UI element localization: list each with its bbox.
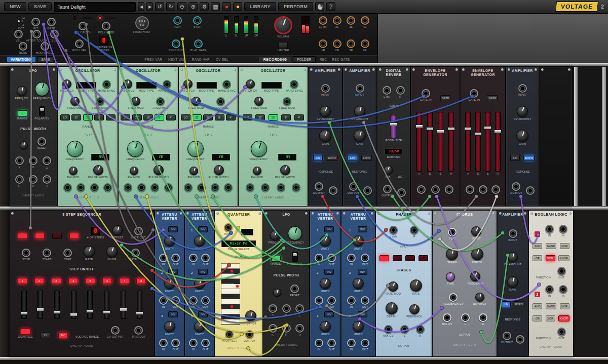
- feedback-knob[interactable]: [470, 271, 480, 281]
- out-jack[interactable]: [171, 296, 180, 305]
- l-button[interactable]: L: [18, 110, 27, 116]
- piano-key[interactable]: [221, 304, 234, 309]
- poly-gate-jack[interactable]: [102, 22, 110, 30]
- jack-jack[interactable]: [246, 183, 254, 192]
- jack-jack[interactable]: [417, 185, 426, 194]
- input-jack[interactable]: [509, 229, 517, 238]
- gate-out-jack[interactable]: [134, 227, 143, 235]
- expo-button[interactable]: EXPO: [523, 155, 534, 161]
- jack-jack[interactable]: [466, 185, 474, 194]
- pw-mod-knob[interactable]: [253, 167, 261, 175]
- unity-knob[interactable]: [164, 321, 175, 332]
- sus-jack[interactable]: [50, 30, 59, 38]
- new-button[interactable]: NEW: [4, 2, 26, 11]
- hard-sync-jack[interactable]: [163, 80, 171, 89]
- jack-jack[interactable]: [164, 183, 173, 192]
- piano-key[interactable]: [221, 309, 240, 314]
- in-jack[interactable]: [347, 296, 356, 305]
- hand-tool-icon[interactable]: [315, 2, 324, 11]
- cv-amount-knob[interactable]: [320, 106, 331, 117]
- volume-knob[interactable]: [274, 16, 292, 34]
- unity-knob[interactable]: [194, 278, 205, 289]
- rate-knob[interactable]: [84, 246, 95, 257]
- nand-button[interactable]: NAND: [546, 303, 557, 309]
- 1-button[interactable]: 1: [18, 278, 27, 284]
- hard-sync-jack[interactable]: [102, 80, 111, 89]
- l-m-jack[interactable]: [389, 226, 398, 234]
- lin-button[interactable]: LIN: [510, 155, 520, 161]
- l-button[interactable]: L: [271, 256, 281, 262]
- mod-type-display[interactable]: [76, 82, 96, 89]
- jack-jack[interactable]: [397, 188, 406, 197]
- expo-button[interactable]: EXPO: [361, 155, 372, 161]
- octave-switch[interactable]: +20-2: [17, 16, 24, 26]
- jack-jack[interactable]: [184, 183, 193, 192]
- in-jack[interactable]: [159, 296, 168, 305]
- gain-knob[interactable]: [516, 130, 528, 142]
- jack-jack[interactable]: [103, 183, 112, 192]
- rec-gate-label[interactable]: REC GATE: [332, 58, 350, 61]
- freq-mod-knob[interactable]: [131, 97, 140, 106]
- unity-knob[interactable]: [194, 235, 205, 247]
- or-button[interactable]: OR: [533, 315, 542, 321]
- item-jack[interactable]: [29, 156, 37, 165]
- item-jack[interactable]: [269, 324, 277, 333]
- cv-sel-label[interactable]: CV SEL: [216, 58, 229, 61]
- pw-mod-knob[interactable]: [69, 167, 78, 175]
- out-jack[interactable]: [361, 339, 369, 347]
- in-jack[interactable]: [347, 254, 356, 262]
- d-slider[interactable]: [427, 112, 433, 172]
- xnor-button[interactable]: XNOR: [558, 315, 569, 321]
- play-jack[interactable]: [173, 16, 182, 25]
- piano-key[interactable]: [221, 289, 240, 294]
- pitch-cv-knob[interactable]: [62, 79, 71, 89]
- out-jack[interactable]: [171, 254, 180, 262]
- 16-button[interactable]: 16': [143, 114, 153, 120]
- start-jack[interactable]: [43, 249, 51, 257]
- 4-button[interactable]: 4': [166, 114, 176, 120]
- jack-jack[interactable]: [445, 185, 453, 194]
- input-jack[interactable]: [224, 223, 233, 232]
- inv-button[interactable]: INV: [358, 269, 367, 275]
- inv-button[interactable]: INV: [324, 269, 334, 275]
- mod-type-display[interactable]: [136, 82, 157, 89]
- rate-cv-jack[interactable]: [131, 249, 140, 257]
- feedback-cv-jack[interactable]: [449, 293, 458, 302]
- jack-jack[interactable]: [77, 183, 85, 192]
- 32-button[interactable]: 32': [132, 114, 142, 120]
- rand-var-label[interactable]: RAND VAR: [192, 58, 210, 61]
- hard-sync-jack[interactable]: [222, 80, 231, 89]
- feedback-knob[interactable]: [409, 304, 420, 314]
- display-display[interactable]: ⊓⊓: [91, 154, 109, 160]
- jack-jack[interactable]: [63, 183, 72, 192]
- pulse-width-knob[interactable]: [214, 165, 224, 175]
- slider-slider[interactable]: [121, 291, 126, 319]
- slider-slider[interactable]: [104, 291, 109, 319]
- in-jack[interactable]: [315, 339, 323, 347]
- 4r-jack[interactable]: [361, 39, 369, 48]
- 6v-button[interactable]: 6V: [58, 332, 68, 338]
- unity-knob[interactable]: [353, 235, 364, 247]
- jack-jack[interactable]: [124, 183, 132, 192]
- lin-button[interactable]: LIN: [501, 301, 511, 307]
- lin-button[interactable]: LIN: [313, 155, 323, 161]
- freq-mod-jack[interactable]: [156, 97, 165, 106]
- undo-icon[interactable]: ↺: [155, 2, 164, 11]
- out-jack[interactable]: [171, 339, 180, 347]
- frequency-knob[interactable]: [288, 226, 302, 240]
- input-jack[interactable]: [321, 84, 330, 93]
- r-slider[interactable]: [448, 112, 454, 172]
- in-jack[interactable]: [159, 339, 168, 347]
- poly-pitch-jack[interactable]: [79, 22, 87, 30]
- slider-slider[interactable]: [54, 291, 60, 319]
- stop-jack[interactable]: [22, 249, 30, 257]
- jack-jack[interactable]: [479, 185, 487, 194]
- inv-button[interactable]: INV: [168, 226, 178, 232]
- xor-button[interactable]: XOR: [546, 315, 555, 321]
- or-button[interactable]: OR: [533, 255, 542, 261]
- 4-button[interactable]: 4': [226, 114, 236, 120]
- jack-jack[interactable]: [90, 183, 99, 192]
- hard-sync-jack[interactable]: [290, 80, 298, 89]
- gate-in-jack[interactable]: [422, 89, 430, 98]
- jack-jack[interactable]: [363, 186, 372, 195]
